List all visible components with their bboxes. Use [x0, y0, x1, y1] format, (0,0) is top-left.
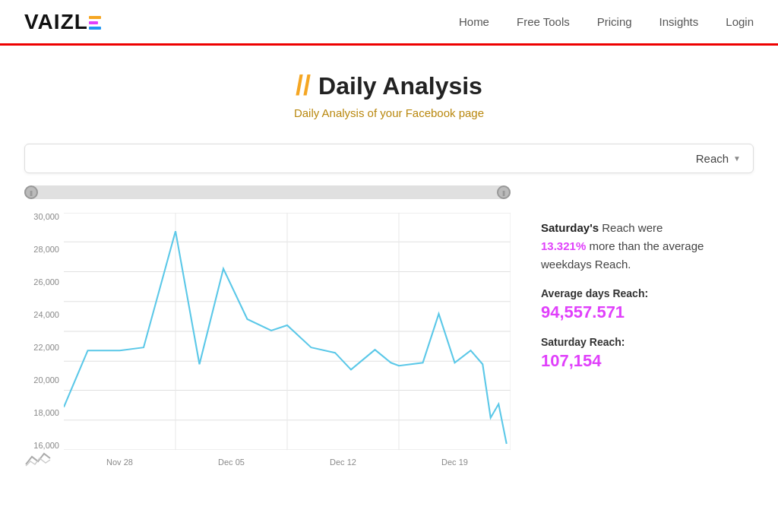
- title-text: Daily Analysis: [318, 72, 482, 100]
- nav-insights[interactable]: Insights: [659, 15, 699, 28]
- stats-sentence: Saturday's Reach were 13.321% more than …: [541, 219, 754, 274]
- stats-day: Saturday's: [541, 221, 599, 234]
- avg-reach-value: 94,557.571: [541, 302, 754, 322]
- y-label-20000: 20,000: [33, 376, 59, 385]
- line-chart: 30,000 28,000 26,000 24,000 22,000 20,00…: [24, 213, 511, 471]
- page-subtitle: Daily Analysis of your Facebook page: [12, 106, 766, 119]
- navbar: VAIZL Home Free Tools Pricing Insights L…: [0, 0, 778, 46]
- y-label-16000: 16,000: [33, 442, 59, 450]
- slider-handle-left[interactable]: ||: [24, 185, 38, 199]
- y-label-26000: 26,000: [33, 278, 59, 287]
- chart-canvas: [64, 213, 511, 450]
- chart-type-icon: [24, 451, 52, 471]
- reach-dropdown[interactable]: Reach ▼: [696, 152, 741, 165]
- decorative-slashes: //: [296, 70, 311, 102]
- chart-svg: [64, 213, 511, 450]
- nav-home[interactable]: Home: [459, 15, 489, 28]
- reach-filter-bar: Reach ▼: [24, 144, 754, 173]
- x-label-dec19: Dec 19: [441, 458, 468, 467]
- y-label-28000: 28,000: [33, 245, 59, 254]
- chevron-down-icon: ▼: [733, 154, 741, 163]
- page-title: // Daily Analysis: [12, 70, 766, 102]
- x-label-dec05: Dec 05: [218, 458, 245, 467]
- x-label-nov28: Nov 28: [106, 458, 133, 467]
- x-axis: Nov 28 Dec 05 Dec 12 Dec 19: [64, 453, 511, 471]
- chart-section: || || 30,000 28,000 26,000 24,000 22,000…: [24, 173, 511, 471]
- y-label-18000: 18,000: [33, 409, 59, 417]
- y-label-30000: 30,000: [33, 213, 59, 221]
- avg-reach-label: Average days Reach:: [541, 287, 754, 299]
- y-axis: 30,000 28,000 26,000 24,000 22,000 20,00…: [24, 213, 64, 450]
- stats-reach-text: Reach were: [602, 221, 663, 234]
- logo[interactable]: VAIZL: [24, 10, 101, 34]
- x-label-dec12: Dec 12: [330, 458, 356, 467]
- stats-percentage: 13.321%: [541, 239, 586, 252]
- slider-handle-right[interactable]: ||: [497, 185, 511, 199]
- nav-free-tools[interactable]: Free Tools: [517, 15, 570, 28]
- sat-reach-value: 107,154: [541, 351, 754, 371]
- hero-section: // Daily Analysis Daily Analysis of your…: [0, 46, 778, 131]
- reach-label: Reach: [696, 152, 729, 165]
- nav-pricing[interactable]: Pricing: [597, 15, 632, 28]
- stats-panel: Saturday's Reach were 13.321% more than …: [541, 173, 754, 471]
- nav-links: Home Free Tools Pricing Insights Login: [459, 15, 754, 29]
- nav-login[interactable]: Login: [726, 15, 754, 28]
- y-label-22000: 22,000: [33, 344, 59, 352]
- chart-slider[interactable]: || ||: [24, 185, 511, 199]
- main-content: || || 30,000 28,000 26,000 24,000 22,000…: [0, 173, 778, 471]
- y-label-24000: 24,000: [33, 311, 59, 319]
- sat-reach-label: Saturday Reach:: [541, 336, 754, 348]
